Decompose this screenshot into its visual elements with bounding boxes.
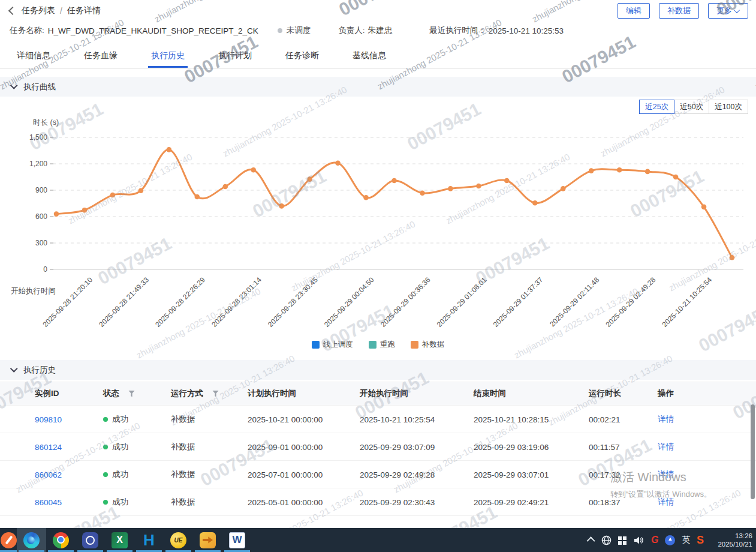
instance-id-link[interactable]: 909810 xyxy=(35,415,62,424)
taskbar-app-h[interactable]: H xyxy=(134,528,164,552)
data-point[interactable] xyxy=(504,178,510,184)
table-scrollbar[interactable] xyxy=(751,404,755,499)
data-point[interactable] xyxy=(54,211,59,217)
data-point[interactable] xyxy=(589,168,594,173)
tab-4[interactable]: 执行计划 xyxy=(218,45,252,68)
range-button-3[interactable]: 近100次 xyxy=(709,100,748,114)
y-tick-label: 600 xyxy=(35,212,47,221)
taskbar-app-excel[interactable] xyxy=(105,528,134,552)
x-tick-label: 2025-09-28 22:26:29 xyxy=(153,275,207,329)
chevron-up-icon[interactable] xyxy=(587,536,595,545)
instance-id-link[interactable]: 860062 xyxy=(35,470,62,479)
data-point[interactable] xyxy=(617,167,622,173)
edit-button[interactable]: 编辑 xyxy=(618,3,650,19)
column-header-2: 状态 xyxy=(103,388,135,399)
status-cell: 成功 xyxy=(103,469,128,480)
data-point[interactable] xyxy=(251,167,256,173)
duration-line-series xyxy=(56,149,732,257)
backfill-button[interactable]: 补数据 xyxy=(659,3,699,19)
data-point[interactable] xyxy=(307,176,312,182)
legend-item-1[interactable]: 线上调度 xyxy=(312,340,353,350)
data-point[interactable] xyxy=(363,195,369,200)
curve-section-header[interactable]: 执行曲线 xyxy=(0,77,756,97)
excel-icon xyxy=(112,532,128,548)
activation-line1: 激活 Windows xyxy=(610,469,712,485)
x-tick-label: 2025-09-29 01:08:01 xyxy=(435,275,489,329)
more-button[interactable]: 更多 xyxy=(708,3,748,19)
data-point[interactable] xyxy=(138,188,144,193)
detail-link[interactable]: 详情 xyxy=(658,442,674,452)
legend-item-3[interactable]: 补数据 xyxy=(411,340,445,350)
tab-2[interactable]: 任务血缘 xyxy=(84,45,118,68)
column-label: 开始执行时间 xyxy=(360,388,408,399)
legend-item-2[interactable]: 重跑 xyxy=(369,340,395,350)
filter-funnel-icon[interactable] xyxy=(128,391,135,397)
data-point[interactable] xyxy=(448,186,453,191)
x-tick-label: 2025-09-29 01:37:37 xyxy=(492,275,545,329)
status-text: 成功 xyxy=(112,469,128,480)
data-point[interactable] xyxy=(420,190,425,196)
data-point[interactable] xyxy=(279,203,284,209)
instance-id-link[interactable]: 860124 xyxy=(35,442,62,451)
data-point[interactable] xyxy=(222,184,228,190)
taskbar-clock[interactable]: 13:26 2025/10/21 xyxy=(710,532,752,549)
data-point[interactable] xyxy=(335,160,341,166)
windows-tray-icon[interactable] xyxy=(618,536,622,540)
x-tick-label: 2025-10-21 10:25:54 xyxy=(660,275,713,329)
detail-link[interactable]: 详情 xyxy=(658,414,674,425)
back-icon[interactable] xyxy=(8,7,17,15)
data-point[interactable] xyxy=(476,184,481,189)
notification-app-tray-icon[interactable] xyxy=(665,535,675,545)
table-row[interactable]: 860124成功补数据2025-09-01 00:00:002025-09-29… xyxy=(0,433,756,461)
network-globe-icon[interactable] xyxy=(601,535,612,545)
tab-5[interactable]: 任务诊断 xyxy=(285,45,319,68)
y-tick-label: 1,200 xyxy=(29,160,47,168)
tab-3[interactable]: 执行历史 xyxy=(151,45,185,68)
data-point[interactable] xyxy=(701,205,707,210)
breadcrumb-task-list[interactable]: 任务列表 xyxy=(22,5,55,16)
taskbar-app-chrome[interactable] xyxy=(46,528,76,552)
watermark-code: 00079451 xyxy=(336,0,416,20)
range-button-1[interactable]: 近25次 xyxy=(639,100,674,114)
sogou-tray-icon[interactable]: S xyxy=(697,534,704,547)
taskbar-app-edge[interactable] xyxy=(17,528,46,552)
breadcrumb-task-detail: 任务详情 xyxy=(67,5,101,16)
table-row[interactable]: 909810成功补数据2025-10-21 00:00:002025-10-21… xyxy=(0,406,756,433)
data-point[interactable] xyxy=(645,169,650,175)
data-point[interactable] xyxy=(730,255,735,260)
data-point[interactable] xyxy=(194,194,200,200)
data-point[interactable] xyxy=(167,147,172,152)
taskbar-app-ue[interactable] xyxy=(164,528,193,552)
range-button-2[interactable]: 近50次 xyxy=(674,100,709,114)
data-point[interactable] xyxy=(110,193,116,198)
data-point[interactable] xyxy=(82,208,88,213)
tab-6[interactable]: 基线信息 xyxy=(353,45,386,68)
edge-icon xyxy=(23,532,40,548)
volume-icon[interactable] xyxy=(633,535,644,545)
data-point[interactable] xyxy=(532,200,538,206)
execution-duration-chart[interactable]: 03006009001,2001,5002025-09-28 21:20:102… xyxy=(0,117,756,333)
g-app-tray-icon[interactable]: G xyxy=(651,535,658,545)
history-section-header[interactable]: 执行历史 xyxy=(0,360,756,380)
breadcrumb-separator: / xyxy=(60,6,62,16)
x-tick-label: 2025-09-28 23:01:14 xyxy=(210,275,263,329)
status-text: 成功 xyxy=(112,497,128,508)
ime-indicator[interactable]: 英 xyxy=(682,535,690,545)
taskbar-app-word[interactable] xyxy=(222,528,252,552)
ue-icon xyxy=(170,532,186,548)
taskbar-app-msg[interactable] xyxy=(76,528,105,552)
taskbar-app-mail[interactable] xyxy=(193,528,222,552)
instance-id-link[interactable]: 860045 xyxy=(35,497,62,506)
filter-funnel-icon[interactable] xyxy=(212,391,219,397)
status-dot xyxy=(103,472,108,477)
x-tick-label: 2025-09-29 02:49:28 xyxy=(604,275,658,329)
data-point[interactable] xyxy=(673,175,679,180)
task-info-row: 任务名称: H_WF_DWD_TRADE_HKAUDIT_SHOP_RECEIP… xyxy=(10,25,564,36)
tab-1[interactable]: 详细信息 xyxy=(17,45,50,68)
column-label: 运行时长 xyxy=(589,388,621,399)
pencil-icon xyxy=(1,532,17,548)
status-text: 成功 xyxy=(112,442,128,452)
data-point[interactable] xyxy=(561,186,566,191)
data-point[interactable] xyxy=(391,178,397,184)
owner-value: 朱建忠 xyxy=(368,25,393,36)
